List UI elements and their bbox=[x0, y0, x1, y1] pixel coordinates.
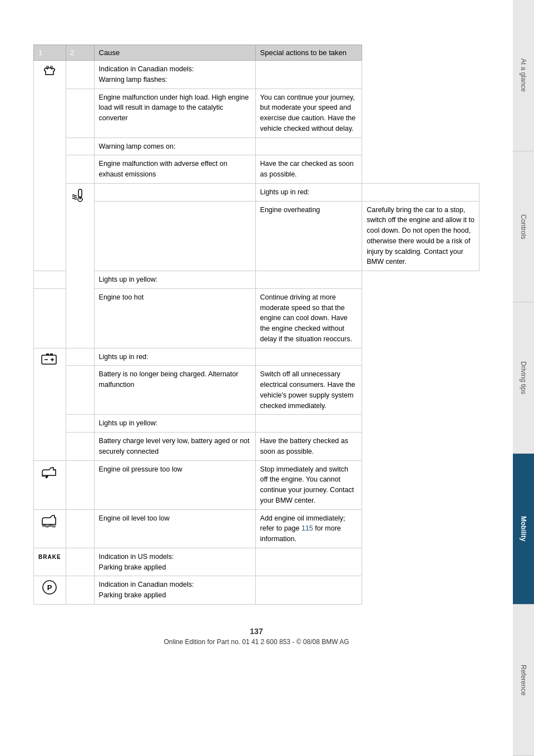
action-cell bbox=[255, 415, 362, 433]
warning-table: 1 2 Cause Special actions to be taken bbox=[33, 45, 479, 605]
table-row: Battery charge level very low, battery a… bbox=[34, 433, 479, 461]
cause-cell: Engine oil pressure too low bbox=[94, 460, 255, 509]
table-row: Battery is no longer being charged. Alte… bbox=[34, 366, 479, 415]
table-row: Engine oil level too low Add engine oil … bbox=[34, 509, 479, 548]
cause-cell: Battery charge level very low, battery a… bbox=[94, 433, 255, 461]
table-row: Engine malfunction with adverse effect o… bbox=[34, 155, 479, 184]
tab-reference[interactable]: Reference bbox=[513, 605, 534, 756]
action-cell: Stop immediately and switch off the engi… bbox=[255, 460, 362, 509]
tab-driving-tips[interactable]: Driving tips bbox=[513, 302, 534, 454]
svg-rect-2 bbox=[78, 189, 82, 197]
action-cell: Switch off all unnecessary electrical co… bbox=[255, 366, 362, 415]
cause-cell: Battery is no longer being charged. Alte… bbox=[94, 366, 255, 415]
svg-rect-1 bbox=[51, 66, 52, 68]
col2-cell bbox=[66, 460, 94, 509]
page-container: At a glance Controls Driving tips Mobili… bbox=[0, 0, 534, 756]
cause-cell: Lights up in yellow: bbox=[94, 415, 255, 433]
col2-cell bbox=[34, 288, 66, 348]
action-cell bbox=[362, 183, 479, 201]
table-row: Lights up in yellow: bbox=[34, 415, 479, 433]
oil-level-icon bbox=[40, 513, 59, 529]
action-cell bbox=[255, 271, 362, 289]
col2-cell bbox=[66, 366, 94, 415]
col2-cell bbox=[66, 89, 94, 138]
col2-cell bbox=[66, 509, 94, 548]
action-cell bbox=[255, 576, 362, 605]
table-row: Lights up in yellow: bbox=[34, 271, 479, 289]
action-cell bbox=[255, 138, 362, 155]
parking-canadian-icon: P bbox=[42, 580, 57, 595]
footer-text: Online Edition for Part no. 01 41 2 600 … bbox=[33, 638, 479, 646]
cause-text: Indication in Canadian models: bbox=[99, 64, 251, 75]
col2-cell bbox=[66, 548, 94, 576]
table-row: Engine overheating Carefully bring the c… bbox=[34, 201, 479, 271]
cause-cell: Lights up in red: bbox=[255, 183, 362, 201]
temp-gauge-icon-cell bbox=[66, 183, 94, 348]
svg-rect-7 bbox=[50, 354, 53, 355]
cause-cell: Engine too hot bbox=[94, 288, 255, 348]
cause-cell: Indication in US models:Parking brake ap… bbox=[94, 548, 255, 576]
col2-cell bbox=[66, 576, 94, 605]
table-row: Indication in Canadian models: Warning l… bbox=[34, 61, 479, 89]
svg-rect-0 bbox=[47, 66, 48, 68]
cause-cell: Lights up in yellow: bbox=[94, 271, 255, 289]
table-row: Engine oil pressure too low Stop immedia… bbox=[34, 460, 479, 509]
battery-icon-cell bbox=[34, 348, 66, 460]
table-row: Lights up in red: bbox=[34, 348, 479, 366]
table-row: Engine too hot Continue driving at more … bbox=[34, 288, 479, 348]
col2-cell bbox=[66, 61, 94, 89]
engine-warning-icon-cell bbox=[34, 61, 66, 271]
brake-label: BRAKE bbox=[38, 554, 61, 560]
action-cell bbox=[255, 548, 362, 576]
temp-gauge-icon bbox=[71, 187, 90, 204]
col2-cell bbox=[94, 201, 255, 271]
brake-text-icon-cell: BRAKE bbox=[34, 548, 66, 576]
parking-canadian-icon-cell: P bbox=[34, 576, 66, 605]
action-cell bbox=[255, 61, 362, 89]
page-number: 137 bbox=[33, 627, 479, 636]
oil-pressure-icon bbox=[40, 464, 59, 480]
oil-level-icon-cell bbox=[34, 509, 66, 548]
tab-at-a-glance[interactable]: At a glance bbox=[513, 0, 534, 151]
action-cell: You can continue your journey, but moder… bbox=[255, 89, 362, 138]
action-cell: Add engine oil immediately; refer to pag… bbox=[255, 509, 362, 548]
svg-text:P: P bbox=[47, 583, 52, 592]
col2-cell bbox=[66, 348, 94, 366]
action-cell: Have the battery checked as soon as poss… bbox=[255, 433, 362, 461]
col2-cell bbox=[66, 415, 94, 433]
table-row: Lights up in red: bbox=[34, 183, 479, 201]
cause-cell: Engine malfunction under high load. High… bbox=[94, 89, 255, 138]
tab-controls[interactable]: Controls bbox=[513, 151, 534, 303]
header-col1: 1 bbox=[34, 45, 66, 61]
header-actions: Special actions to be taken bbox=[255, 45, 362, 61]
svg-rect-5 bbox=[42, 355, 56, 364]
cause-cell: Engine overheating bbox=[255, 201, 362, 271]
page-link: 115 bbox=[301, 524, 313, 532]
table-row: BRAKE Indication in US models:Parking br… bbox=[34, 548, 479, 576]
table-row: Warning lamp comes on: bbox=[34, 138, 479, 155]
table-row: Engine malfunction under high load. High… bbox=[34, 89, 479, 138]
action-cell: Continue driving at more moderate speed … bbox=[255, 288, 362, 348]
action-cell bbox=[255, 348, 362, 366]
cause-text: Warning lamp flashes: bbox=[99, 75, 251, 85]
cause-cell: Engine oil level too low bbox=[94, 509, 255, 548]
cause-cell: Engine malfunction with adverse effect o… bbox=[94, 155, 255, 184]
table-row: P Indication in Canadian models:Parking … bbox=[34, 576, 479, 605]
col2-cell bbox=[66, 433, 94, 461]
page-footer: 137 Online Edition for Part no. 01 41 2 … bbox=[33, 627, 479, 646]
cause-cell: Warning lamp comes on: bbox=[94, 138, 255, 155]
col2-cell bbox=[34, 271, 66, 289]
tab-mobility[interactable]: Mobility bbox=[513, 454, 534, 605]
header-cause: Cause bbox=[94, 45, 255, 61]
cause-cell: Lights up in red: bbox=[94, 348, 255, 366]
main-content: 1 2 Cause Special actions to be taken bbox=[0, 0, 513, 690]
svg-rect-6 bbox=[46, 354, 49, 355]
cause-cell: Indication in Canadian models: Warning l… bbox=[94, 61, 255, 89]
sidebar-tabs: At a glance Controls Driving tips Mobili… bbox=[513, 0, 534, 756]
col2-cell bbox=[94, 183, 255, 201]
col2-cell bbox=[66, 155, 94, 184]
battery-icon bbox=[40, 352, 59, 366]
action-cell: Carefully bring the car to a stop, switc… bbox=[362, 201, 479, 271]
engine-warning-icon bbox=[42, 64, 57, 80]
oil-pressure-icon-cell bbox=[34, 460, 66, 509]
